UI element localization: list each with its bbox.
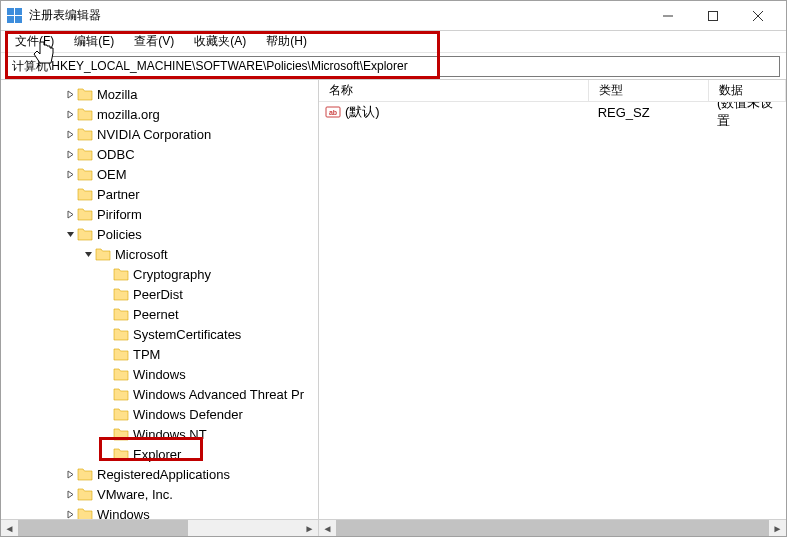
folder-icon: [113, 387, 129, 401]
tree-item-label: Windows NT: [133, 427, 207, 442]
tree-item[interactable]: Peernet: [1, 304, 318, 324]
folder-icon: [113, 447, 129, 461]
address-input[interactable]: [7, 56, 780, 77]
tree-item-label: Windows Defender: [133, 407, 243, 422]
list-row[interactable]: ab(默认)REG_SZ(数值未设置: [319, 102, 786, 122]
app-icon: [7, 8, 23, 24]
chevron-right-icon[interactable]: [63, 470, 77, 479]
tree-item-label: SystemCertificates: [133, 327, 241, 342]
chevron-right-icon[interactable]: [63, 130, 77, 139]
tree-item[interactable]: Partner: [1, 184, 318, 204]
tree-item[interactable]: SystemCertificates: [1, 324, 318, 344]
scroll-track[interactable]: [18, 520, 301, 537]
tree-item-label: Peernet: [133, 307, 179, 322]
tree-item[interactable]: mozilla.org: [1, 104, 318, 124]
chevron-right-icon[interactable]: [63, 510, 77, 519]
tree-view[interactable]: Mozillamozilla.orgNVIDIA CorporationODBC…: [1, 80, 318, 519]
scroll-thumb[interactable]: [18, 520, 188, 537]
chevron-down-icon[interactable]: [63, 230, 77, 239]
column-header-data[interactable]: 数据: [709, 80, 786, 101]
tree-item[interactable]: OEM: [1, 164, 318, 184]
folder-icon: [77, 507, 93, 519]
tree-item-label: TPM: [133, 347, 160, 362]
scroll-thumb[interactable]: [336, 520, 769, 537]
folder-icon: [77, 227, 93, 241]
chevron-right-icon[interactable]: [63, 170, 77, 179]
list-hscrollbar[interactable]: ◄ ►: [319, 519, 786, 536]
tree-item-label: VMware, Inc.: [97, 487, 173, 502]
menu-view[interactable]: 查看(V): [126, 31, 182, 52]
menu-file[interactable]: 文件(F): [7, 31, 62, 52]
tree-item-label: Partner: [97, 187, 140, 202]
column-header-name[interactable]: 名称: [319, 80, 589, 101]
menu-edit[interactable]: 编辑(E): [66, 31, 122, 52]
tree-item-label: Microsoft: [115, 247, 168, 262]
menu-help[interactable]: 帮助(H): [258, 31, 315, 52]
chevron-right-icon[interactable]: [63, 490, 77, 499]
tree-item[interactable]: Explorer: [1, 444, 318, 464]
list-pane: 名称 类型 数据 ab(默认)REG_SZ(数值未设置 ◄ ►: [319, 80, 786, 536]
tree-item[interactable]: NVIDIA Corporation: [1, 124, 318, 144]
tree-item-label: Mozilla: [97, 87, 137, 102]
tree-item[interactable]: Mozilla: [1, 84, 318, 104]
tree-item[interactable]: VMware, Inc.: [1, 484, 318, 504]
tree-item-label: Windows Advanced Threat Pr: [133, 387, 304, 402]
svg-text:ab: ab: [329, 109, 337, 116]
tree-item[interactable]: Windows: [1, 504, 318, 519]
scroll-left-button[interactable]: ◄: [319, 520, 336, 537]
window-title: 注册表编辑器: [29, 7, 645, 24]
address-bar-row: [1, 53, 786, 80]
tree-item[interactable]: Microsoft: [1, 244, 318, 264]
chevron-right-icon[interactable]: [63, 110, 77, 119]
tree-item[interactable]: Windows Advanced Threat Pr: [1, 384, 318, 404]
value-name: (默认): [345, 103, 598, 121]
svg-rect-2: [7, 16, 14, 23]
tree-item-label: RegisteredApplications: [97, 467, 230, 482]
folder-icon: [113, 327, 129, 341]
folder-icon: [113, 427, 129, 441]
column-header-type[interactable]: 类型: [589, 80, 709, 101]
chevron-down-icon[interactable]: [81, 250, 95, 259]
list-body[interactable]: ab(默认)REG_SZ(数值未设置: [319, 102, 786, 519]
tree-item-label: ODBC: [97, 147, 135, 162]
chevron-right-icon[interactable]: [63, 150, 77, 159]
folder-icon: [77, 127, 93, 141]
window-controls: [645, 1, 780, 30]
scroll-right-button[interactable]: ►: [769, 520, 786, 537]
chevron-right-icon[interactable]: [63, 210, 77, 219]
folder-icon: [113, 267, 129, 281]
tree-item[interactable]: Policies: [1, 224, 318, 244]
folder-icon: [77, 87, 93, 101]
folder-icon: [77, 107, 93, 121]
tree-item[interactable]: TPM: [1, 344, 318, 364]
tree-item[interactable]: PeerDist: [1, 284, 318, 304]
tree-item[interactable]: RegisteredApplications: [1, 464, 318, 484]
menu-favorites[interactable]: 收藏夹(A): [186, 31, 254, 52]
svg-rect-1: [15, 8, 22, 15]
tree-pane: Mozillamozilla.orgNVIDIA CorporationODBC…: [1, 80, 319, 536]
list-header: 名称 类型 数据: [319, 80, 786, 102]
tree-item[interactable]: Cryptography: [1, 264, 318, 284]
string-value-icon: ab: [325, 104, 341, 120]
tree-item[interactable]: Windows NT: [1, 424, 318, 444]
body: Mozillamozilla.orgNVIDIA CorporationODBC…: [1, 80, 786, 536]
tree-item[interactable]: ODBC: [1, 144, 318, 164]
scroll-right-button[interactable]: ►: [301, 520, 318, 537]
titlebar: 注册表编辑器: [1, 1, 786, 31]
tree-item[interactable]: Windows: [1, 364, 318, 384]
value-data: (数值未设置: [717, 102, 786, 130]
minimize-button[interactable]: [645, 1, 690, 30]
maximize-button[interactable]: [690, 1, 735, 30]
close-button[interactable]: [735, 1, 780, 30]
folder-icon: [113, 287, 129, 301]
folder-icon: [113, 407, 129, 421]
tree-item-label: Policies: [97, 227, 142, 242]
tree-item[interactable]: Windows Defender: [1, 404, 318, 424]
svg-rect-5: [708, 11, 717, 20]
folder-icon: [77, 187, 93, 201]
tree-item[interactable]: Piriform: [1, 204, 318, 224]
tree-hscrollbar[interactable]: ◄ ►: [1, 519, 318, 536]
scroll-track[interactable]: [336, 520, 769, 537]
scroll-left-button[interactable]: ◄: [1, 520, 18, 537]
chevron-right-icon[interactable]: [63, 90, 77, 99]
